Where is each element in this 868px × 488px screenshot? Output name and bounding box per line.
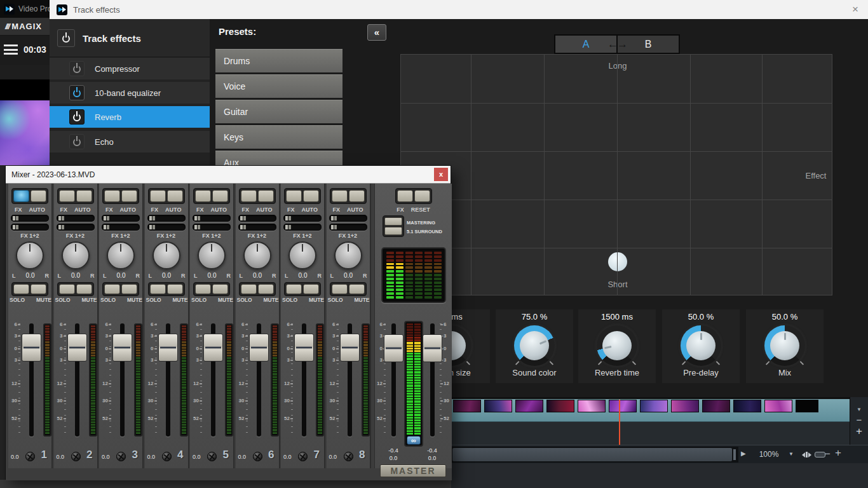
volume-fader[interactable] [340,334,360,362]
preset-keys[interactable]: Keys [215,125,342,149]
solo-button[interactable] [286,284,302,294]
knob-pre-delay[interactable] [677,322,724,369]
mute-button[interactable] [31,284,46,294]
track-grow-icon[interactable]: + [856,426,862,436]
fx-send-slider-1[interactable] [102,215,140,222]
power-icon[interactable] [57,29,75,47]
zoom-dropdown-icon[interactable]: ▼ [789,451,794,457]
zoom-in-icon[interactable]: + [835,447,841,459]
auto-button[interactable] [31,190,46,202]
reverb-field[interactable]: Long Effect Short [400,54,832,295]
track-collapse-icon[interactable]: ▼ [857,407,862,412]
solo-button[interactable] [13,284,29,294]
pan-knob[interactable] [153,241,180,269]
effect-item-reverb[interactable]: Reverb [50,106,210,128]
fx-button[interactable] [13,190,29,202]
mute-button[interactable] [121,284,137,294]
effect-item-compressor[interactable]: Compressor [50,58,210,79]
zoom-out-icon[interactable]: − [825,448,831,459]
pan-knob[interactable] [288,241,316,269]
fx-send-slider-1[interactable] [147,215,186,222]
solo-button[interactable] [241,284,257,294]
preset-voice[interactable]: Voice [215,74,342,98]
power-icon[interactable] [69,85,85,100]
mastering-button[interactable] [384,217,402,226]
fx-send-slider-2[interactable] [193,224,231,231]
timeline-hscroll-thumb[interactable] [452,448,732,461]
auto-button[interactable] [258,190,274,202]
fx-send-slider-2[interactable] [238,224,276,231]
pan-knob[interactable] [107,241,135,269]
pan-knob[interactable] [16,241,44,269]
hamburger-menu-icon[interactable] [4,44,18,55]
timeline-video-track[interactable] [451,399,850,422]
reverb-field-marker[interactable] [608,252,627,271]
fx-send-slider-1[interactable] [193,215,231,222]
volume-fader[interactable] [67,334,87,362]
fx-button[interactable] [397,190,413,202]
surround-button[interactable] [384,227,402,235]
fx-button[interactable] [332,190,348,202]
auto-button[interactable] [303,190,319,202]
fx-button[interactable] [195,190,211,202]
volume-fader[interactable] [249,334,269,362]
fx-send-slider-2[interactable] [11,224,49,231]
fx-send-slider-2[interactable] [102,224,140,231]
power-icon[interactable] [69,61,85,76]
fx-button[interactable] [241,190,257,202]
track-shrink-icon[interactable]: − [857,416,862,424]
auto-button[interactable] [349,190,365,202]
zoom-range-icon[interactable] [815,452,825,458]
volume-fader[interactable] [203,334,223,362]
pan-knob[interactable] [62,241,90,269]
fx-send-slider-2[interactable] [283,224,322,231]
mixer-titlebar[interactable]: Mixer - 2023-06-13.MVD x [6,166,451,184]
fx-send-slider-2[interactable] [329,224,367,231]
fx-button[interactable] [286,190,302,202]
stereo-link-icon[interactable]: ∞ [407,436,421,445]
fx-send-slider-2[interactable] [147,224,186,231]
fit-horizontal-icon[interactable] [802,452,811,458]
master-volume-fader-right[interactable] [423,334,442,362]
solo-button[interactable] [104,284,120,294]
volume-fader[interactable] [158,334,178,362]
master-label-button[interactable]: MASTER [380,464,446,477]
volume-fader[interactable] [294,334,314,362]
fx-send-slider-1[interactable] [329,215,367,222]
fx-send-slider-1[interactable] [238,215,276,222]
fx-send-slider-1[interactable] [283,215,322,222]
mute-button[interactable] [303,284,319,294]
knob-reverb-time[interactable] [593,322,641,369]
preset-drums[interactable]: Drums [215,49,342,72]
volume-fader[interactable] [112,334,132,362]
mute-button[interactable] [212,284,228,294]
knob-mix[interactable] [761,322,808,369]
fx-send-slider-1[interactable] [57,215,95,222]
auto-button[interactable] [212,190,228,202]
pan-knob[interactable] [243,241,271,269]
close-icon[interactable]: x [434,168,448,181]
fx-button[interactable] [150,190,166,202]
solo-button[interactable] [332,284,348,294]
auto-button[interactable] [121,190,137,202]
knob-sound-color[interactable] [511,322,558,369]
scroll-right-icon[interactable]: ▶ [741,450,746,457]
auto-button[interactable] [76,190,92,202]
auto-button[interactable] [167,190,183,202]
solo-button[interactable] [195,284,211,294]
solo-button[interactable] [59,284,75,294]
fx-send-slider-2[interactable] [57,224,95,231]
reset-button[interactable] [414,190,430,202]
effect-item-10-band-equalizer[interactable]: 10-band equalizer [50,82,210,104]
mute-button[interactable] [258,284,274,294]
pan-knob[interactable] [334,241,362,269]
preset-guitar[interactable]: Guitar [215,100,342,123]
fx-button[interactable] [59,190,75,202]
fx-send-slider-1[interactable] [11,215,49,222]
mute-button[interactable] [349,284,365,294]
collapse-panel-button[interactable]: « [367,24,386,41]
volume-fader[interactable] [22,334,41,362]
close-icon[interactable]: × [849,3,862,16]
timeline-hscrollbar[interactable] [451,447,738,463]
mute-button[interactable] [76,284,92,294]
